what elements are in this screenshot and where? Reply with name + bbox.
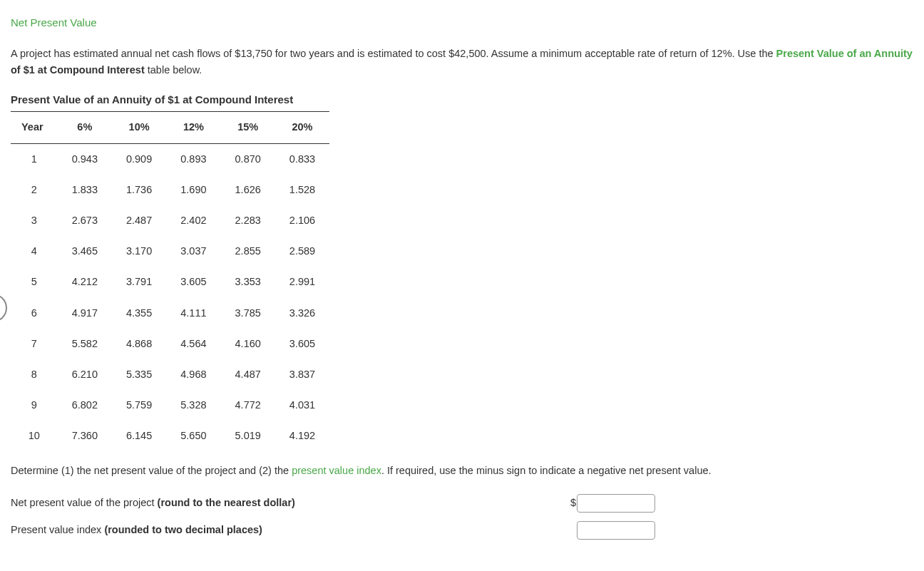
table-cell: 3.326: [275, 298, 329, 329]
table-row: 32.6732.4872.4022.2832.106: [11, 205, 329, 236]
table-cell: 5: [11, 267, 58, 297]
table-cell: 2.106: [275, 205, 329, 236]
table-cell: 4.564: [166, 329, 220, 359]
table-header-cell: 6%: [58, 112, 112, 143]
table-cell: 3: [11, 205, 58, 236]
instruction-paragraph: Determine (1) the net present value of t…: [11, 463, 913, 479]
table-cell: 3.465: [58, 236, 112, 267]
table-cell: 4.772: [221, 390, 275, 421]
table-cell: 2.283: [221, 205, 275, 236]
table-cell: 3.037: [166, 236, 220, 267]
section-title: Net Present Value: [11, 14, 913, 31]
table-cell: 4.212: [58, 267, 112, 297]
pvi-label-bold: (rounded to two decimal places): [104, 524, 262, 535]
table-cell: 3.605: [166, 267, 220, 297]
npv-input[interactable]: [577, 494, 655, 513]
table-cell: 0.909: [112, 143, 166, 175]
table-cell: 3.170: [112, 236, 166, 267]
table-cell: 0.870: [221, 143, 275, 175]
table-cell: 3.791: [112, 267, 166, 297]
table-header-cell: 12%: [166, 112, 220, 143]
table-row: 43.4653.1703.0372.8552.589: [11, 236, 329, 267]
table-cell: 6.145: [112, 421, 166, 451]
intro-text-3: table below.: [145, 64, 202, 76]
table-cell: 2: [11, 175, 58, 205]
table-row: 54.2123.7913.6053.3532.991: [11, 267, 329, 297]
table-cell: 6.210: [58, 359, 112, 390]
table-cell: 1.528: [275, 175, 329, 205]
table-cell: 2.487: [112, 205, 166, 236]
table-cell: 3.837: [275, 359, 329, 390]
table-cell: 2.673: [58, 205, 112, 236]
table-row: 10.9430.9090.8930.8700.833: [11, 143, 329, 175]
table-cell: 9: [11, 390, 58, 421]
table-cell: 2.855: [221, 236, 275, 267]
table-cell: 1.736: [112, 175, 166, 205]
npv-label: Net present value of the project (round …: [11, 495, 570, 511]
table-cell: 2.589: [275, 236, 329, 267]
table-header-cell: 10%: [112, 112, 166, 143]
table-cell: 5.019: [221, 421, 275, 451]
table-cell: 0.893: [166, 143, 220, 175]
table-row: 86.2105.3354.9684.4873.837: [11, 359, 329, 390]
table-cell: 8: [11, 359, 58, 390]
table-cell: 5.335: [112, 359, 166, 390]
npv-label-text: Net present value of the project: [11, 497, 158, 508]
table-cell: 3.605: [275, 329, 329, 359]
table-cell: 2.991: [275, 267, 329, 297]
table-cell: 4.868: [112, 329, 166, 359]
table-cell: 4.355: [112, 298, 166, 329]
table-cell: 0.943: [58, 143, 112, 175]
table-cell: 7.360: [58, 421, 112, 451]
table-cell: 5.328: [166, 390, 220, 421]
table-cell: 6: [11, 298, 58, 329]
table-cell: 10: [11, 421, 58, 451]
table-cell: 4.111: [166, 298, 220, 329]
table-title: Present Value of an Annuity of $1 at Com…: [11, 91, 913, 108]
table-cell: 1.833: [58, 175, 112, 205]
table-header-cell: Year: [11, 112, 58, 143]
table-cell: 1.626: [221, 175, 275, 205]
instruct-text-2: . If required, use the minus sign to ind…: [381, 465, 712, 476]
pvi-answer-row: Present value index (rounded to two deci…: [11, 521, 913, 540]
table-cell: 5.582: [58, 329, 112, 359]
table-row: 21.8331.7361.6901.6261.528: [11, 175, 329, 205]
instruct-link[interactable]: present value index: [292, 465, 381, 476]
table-cell: 6.802: [58, 390, 112, 421]
pvi-input[interactable]: [577, 521, 655, 540]
pvi-label-text: Present value index: [11, 524, 104, 535]
table-cell: 5.650: [166, 421, 220, 451]
table-cell: 4.192: [275, 421, 329, 451]
dollar-sign: $: [570, 495, 576, 511]
table-cell: 4.160: [221, 329, 275, 359]
table-cell: 7: [11, 329, 58, 359]
table-cell: 4.487: [221, 359, 275, 390]
page-edge-decoration: [0, 294, 7, 322]
intro-paragraph: A project has estimated annual net cash …: [11, 46, 913, 78]
table-row: 107.3606.1455.6505.0194.192: [11, 421, 329, 451]
table-cell: 4.968: [166, 359, 220, 390]
pvi-label: Present value index (rounded to two deci…: [11, 522, 570, 538]
table-cell: 1.690: [166, 175, 220, 205]
table-cell: 4: [11, 236, 58, 267]
intro-text-1: A project has estimated annual net cash …: [11, 48, 776, 59]
table-header-cell: 15%: [221, 112, 275, 143]
npv-answer-row: Net present value of the project (round …: [11, 494, 913, 513]
instruct-text-1: Determine (1) the net present value of t…: [11, 465, 292, 476]
table-cell: 3.785: [221, 298, 275, 329]
intro-bold: of $1 at Compound Interest: [11, 64, 145, 76]
npv-label-bold: (round to the nearest dollar): [158, 497, 295, 508]
table-row: 96.8025.7595.3284.7724.031: [11, 390, 329, 421]
table-cell: 3.353: [221, 267, 275, 297]
table-cell: 4.031: [275, 390, 329, 421]
table-cell: 2.402: [166, 205, 220, 236]
table-header-row: Year6%10%12%15%20%: [11, 112, 329, 143]
table-header-cell: 20%: [275, 112, 329, 143]
table-cell: 4.917: [58, 298, 112, 329]
table-cell: 1: [11, 143, 58, 175]
annuity-table: Year6%10%12%15%20% 10.9430.9090.8930.870…: [11, 111, 329, 451]
intro-link[interactable]: Present Value of an Annuity: [776, 48, 913, 59]
table-cell: 0.833: [275, 143, 329, 175]
table-cell: 5.759: [112, 390, 166, 421]
table-row: 64.9174.3554.1113.7853.326: [11, 298, 329, 329]
